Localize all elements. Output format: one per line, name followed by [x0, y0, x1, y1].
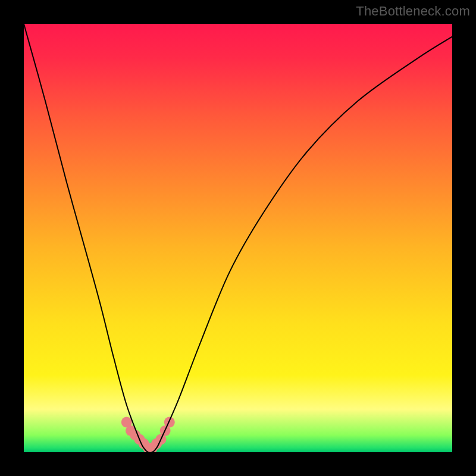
chart-frame: TheBottleneck.com: [0, 0, 476, 476]
plot-area: [24, 24, 452, 452]
marker-dots-group: [121, 417, 175, 452]
curve-layer: [24, 24, 452, 452]
bottleneck-curve: [24, 24, 452, 452]
watermark-text: TheBottleneck.com: [356, 4, 470, 19]
marker-dot: [164, 417, 175, 428]
